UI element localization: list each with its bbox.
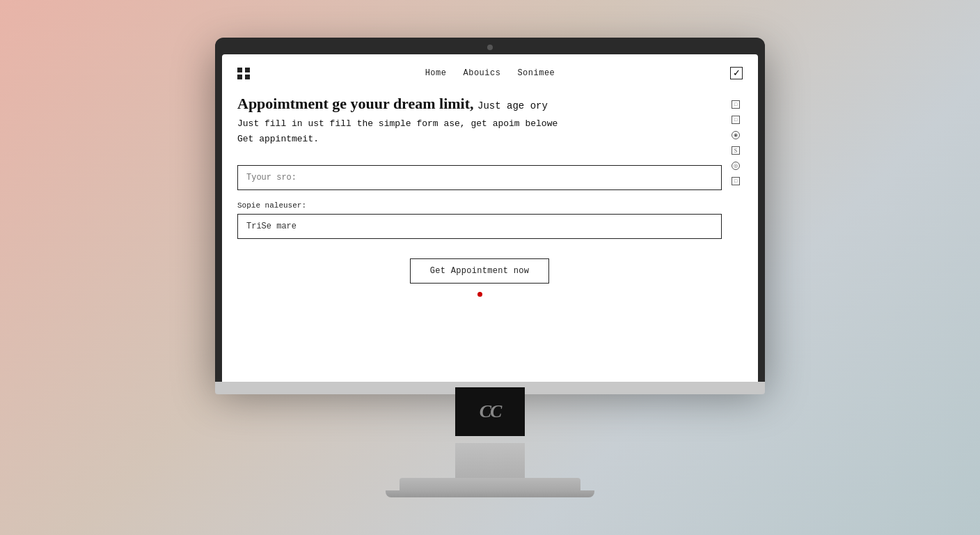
heading-main: Appoimtment ge youur dream limit, Just a… xyxy=(237,95,548,112)
logo-dot-3 xyxy=(237,75,242,79)
main-content: Appoimtment ge youur dream limit, Just a… xyxy=(222,86,758,316)
heading-subtitle: Just age ory xyxy=(477,100,548,111)
checkmark-icon: ✓ xyxy=(733,68,741,79)
nav-home[interactable]: Home xyxy=(425,68,447,78)
stand-logo-text: CC xyxy=(480,401,501,422)
name-input[interactable] xyxy=(237,165,722,190)
navbar: Home Abouics Sonimee ✓ xyxy=(222,54,758,86)
monitor-camera xyxy=(487,45,493,50)
sidebar-icon-3: ◉ xyxy=(732,131,740,139)
content-left: Appoimtment ge youur dream limit, Just a… xyxy=(237,93,729,302)
sidebar-icon-4: S xyxy=(732,146,740,155)
service-input[interactable] xyxy=(237,214,722,239)
field2-label: Sopie naleuser: xyxy=(237,201,722,210)
heading-line3: Get appintmeit. xyxy=(237,133,722,146)
indicator-dot xyxy=(477,292,482,297)
nav-links: Home Abouics Sonimee xyxy=(425,68,555,78)
form-group-1 xyxy=(237,165,722,190)
stand-base-top xyxy=(400,478,580,490)
get-appointment-button[interactable]: Get Appointment now xyxy=(410,258,550,284)
heading-line2: Just fill in ust fill the simple form as… xyxy=(237,118,722,130)
stand-neck xyxy=(455,443,525,478)
page-heading: Appoimtment ge youur dream limit, Just a… xyxy=(237,93,722,146)
screen: Home Abouics Sonimee ✓ Appoimtment ge yo… xyxy=(222,54,758,382)
logo-dot-1 xyxy=(237,68,242,72)
logo-dot-4 xyxy=(245,75,250,79)
indicator-dot-wrapper xyxy=(237,284,722,302)
stand-logo: CC xyxy=(455,387,525,436)
button-wrapper: Get Appointment now xyxy=(237,258,722,284)
stand-base-bottom xyxy=(386,490,594,497)
sidebar-icon-6: □ xyxy=(732,177,740,185)
nav-checkbox[interactable]: ✓ xyxy=(730,67,743,79)
sidebar-icon-2: □ xyxy=(732,116,740,124)
sidebar-icon-5: ◎ xyxy=(732,162,740,170)
sidebar-right: □ □ ◉ S ◎ □ xyxy=(729,93,743,302)
logo-dot-2 xyxy=(245,68,250,72)
monitor-wrapper: Home Abouics Sonimee ✓ Appoimtment ge yo… xyxy=(215,38,765,497)
nav-sonimee[interactable]: Sonimee xyxy=(517,68,555,78)
form-group-2: Sopie naleuser: xyxy=(237,201,722,239)
nav-about[interactable]: Abouics xyxy=(463,68,500,78)
monitor-body: Home Abouics Sonimee ✓ Appoimtment ge yo… xyxy=(215,38,765,382)
sidebar-icon-1: □ xyxy=(732,100,740,109)
logo-grid xyxy=(237,68,250,79)
